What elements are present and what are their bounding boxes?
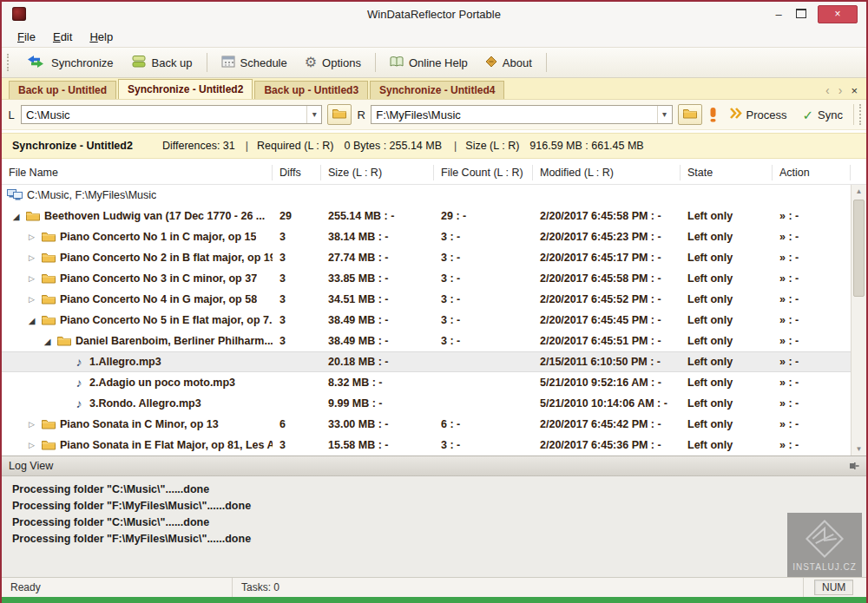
help-book-icon: [390, 56, 404, 70]
tab-scroll-right-icon[interactable]: ›: [838, 84, 843, 96]
maximize-button[interactable]: [790, 6, 812, 22]
right-path-combobox[interactable]: F:\MyFiles\Music ▾: [371, 105, 672, 124]
tab-close-icon[interactable]: ×: [851, 85, 858, 96]
cell-action: » : -: [773, 272, 851, 285]
expand-arrow-icon[interactable]: ▷: [26, 253, 37, 262]
schedule-label: Schedule: [240, 56, 287, 69]
table-row[interactable]: ▷Piano Concerto No 3 in C minor, op 3733…: [2, 268, 866, 289]
process-button[interactable]: Process: [724, 104, 792, 125]
status-ready: Ready: [10, 581, 41, 593]
table-row[interactable]: ♪2.Adagio un poco moto.mp38.32 MB : -5/2…: [2, 372, 866, 393]
collapse-arrow-icon[interactable]: ◢: [10, 212, 22, 221]
minimize-button[interactable]: –: [767, 8, 790, 21]
maximize-icon: [796, 9, 806, 18]
column-modified[interactable]: Modified (L : R): [533, 165, 681, 180]
table-row[interactable]: ◢Daniel Barenboim, Berliner Philharm...3…: [2, 331, 866, 351]
table-row[interactable]: ▷Piano Concerto No 2 in B flat major, op…: [2, 247, 866, 268]
schedule-icon: [221, 55, 235, 70]
vertical-scrollbar[interactable]: ▲ ▼: [851, 185, 866, 456]
cell-action: » : -: [773, 314, 851, 326]
collapse-arrow-icon[interactable]: ◢: [42, 337, 53, 346]
expand-arrow-icon[interactable]: ▷: [26, 295, 37, 304]
left-label: L: [7, 108, 16, 121]
app-window: WinDataReflector Portable – × File Edit …: [0, 0, 868, 603]
file-name: 1.Allegro.mp3: [89, 356, 161, 368]
column-action[interactable]: Action: [773, 165, 851, 180]
schedule-button[interactable]: Schedule: [213, 51, 296, 74]
folder-icon: [42, 294, 56, 305]
toolbar-grip: [7, 54, 12, 71]
synchronize-button[interactable]: Synchronize: [16, 51, 122, 75]
cell-state: Left only: [681, 439, 773, 451]
table-row[interactable]: ▷Piano Concerto No 4 in G major, op 5833…: [2, 289, 866, 310]
cell-file_count: 3 : -: [434, 252, 533, 264]
table-header: File Name Diffs Size (L : R) File Count …: [2, 161, 866, 185]
options-button[interactable]: ⚙ Options: [296, 52, 370, 73]
tab-synchronize-untitled2[interactable]: Synchronize - Untitled2: [118, 79, 253, 99]
backup-button[interactable]: Back up: [122, 51, 201, 75]
menu-file[interactable]: File: [9, 28, 44, 46]
column-state[interactable]: State: [681, 165, 773, 180]
cell-state: Left only: [681, 335, 773, 347]
cell-state: Left only: [681, 356, 773, 368]
table-row[interactable]: ▷Piano Sonata in E Flat Major, op 81, Le…: [2, 435, 866, 456]
alert-icon[interactable]: [709, 107, 717, 122]
expand-arrow-icon[interactable]: ▷: [26, 233, 37, 241]
tab-backup-untitled[interactable]: Back up - Untitled: [9, 81, 116, 99]
pin-icon[interactable]: [849, 461, 859, 471]
expand-arrow-icon[interactable]: ▷: [26, 441, 37, 449]
scroll-up-icon[interactable]: ▲: [852, 185, 866, 198]
browse-left-folder-button[interactable]: [327, 104, 352, 125]
scrollbar-thumb[interactable]: [853, 200, 865, 297]
table-root-row[interactable]: C:\Music, F:\MyFiles\Music: [2, 185, 866, 206]
file-name: Daniel Barenboim, Berliner Philharm...: [76, 335, 273, 347]
tab-backup-untitled3[interactable]: Back up - Untitled3: [254, 81, 368, 99]
cell-modified: 2/15/2011 6:10:50 PM : -: [533, 356, 681, 368]
summary-differences: Differences: 31: [162, 140, 235, 152]
left-path-combobox[interactable]: C:\Music ▾: [21, 105, 322, 124]
close-button[interactable]: ×: [818, 5, 858, 23]
sync-button[interactable]: ✓ Sync: [798, 105, 848, 125]
column-diffs[interactable]: Diffs: [273, 165, 321, 180]
status-tasks: Tasks: 0: [241, 581, 279, 593]
chevron-down-icon[interactable]: ▾: [657, 106, 672, 123]
left-path-value: C:\Music: [22, 108, 306, 121]
tab-synchronize-untitled4[interactable]: Synchronize - Untitled4: [370, 81, 504, 99]
menu-edit[interactable]: Edit: [44, 28, 81, 46]
cell-diffs: 3: [273, 252, 321, 264]
column-file-name[interactable]: File Name: [2, 165, 273, 180]
table-row[interactable]: ♪3.Rondo. Allegro.mp39.99 MB : -5/21/201…: [2, 393, 866, 414]
table-row[interactable]: ◢Piano Concerto No 5 in E flat major, op…: [2, 310, 866, 331]
cell-modified: 2/20/2017 6:45:58 PM : -: [533, 272, 681, 285]
expand-arrow-icon[interactable]: ▷: [26, 274, 37, 283]
cell-size: 255.14 MB : -: [321, 210, 434, 222]
column-size[interactable]: Size (L : R): [321, 165, 434, 180]
tab-scroll-left-icon[interactable]: ‹: [825, 84, 830, 96]
cell-state: Left only: [681, 314, 773, 326]
table-row[interactable]: ▷Piano Concerto No 1 in C major, op 1533…: [2, 226, 866, 247]
table-row[interactable]: ♪1.Allegro.mp320.18 MB : -2/15/2011 6:10…: [2, 351, 866, 372]
cell-diffs: 29: [273, 210, 321, 222]
cell-size: 38.49 MB : -: [321, 314, 434, 326]
summary-bar: Synchronize - Untitled2 Differences: 31 …: [2, 133, 866, 159]
table-row[interactable]: ◢Beethoven Ludwig van (17 Dec 1770 - 26 …: [2, 206, 866, 226]
expand-arrow-icon[interactable]: ▷: [26, 420, 37, 429]
collapse-arrow-icon[interactable]: ◢: [26, 316, 37, 325]
computer-icon: [7, 189, 23, 201]
table-row[interactable]: ▷Piano Sonata in C Minor, op 13633.00 MB…: [2, 414, 866, 435]
browse-right-folder-button[interactable]: [678, 104, 702, 125]
menu-help[interactable]: Help: [81, 28, 122, 46]
scroll-down-icon[interactable]: ▼: [852, 442, 866, 456]
toolbar-separator: [546, 53, 547, 72]
summary-required-value: 0 Bytes : 255.14 MB: [344, 140, 442, 152]
online-help-button[interactable]: Online Help: [381, 52, 477, 74]
chevron-down-icon[interactable]: ▾: [306, 106, 321, 123]
music-note-icon: ♪: [73, 376, 85, 390]
right-label: R: [357, 108, 365, 121]
cell-action: » : -: [773, 210, 851, 222]
cell-diffs: 3: [273, 335, 321, 347]
bottom-accent-strip: [2, 597, 866, 603]
column-file-count[interactable]: File Count (L : R): [434, 165, 533, 180]
about-icon: [485, 56, 497, 70]
about-button[interactable]: About: [477, 52, 541, 74]
